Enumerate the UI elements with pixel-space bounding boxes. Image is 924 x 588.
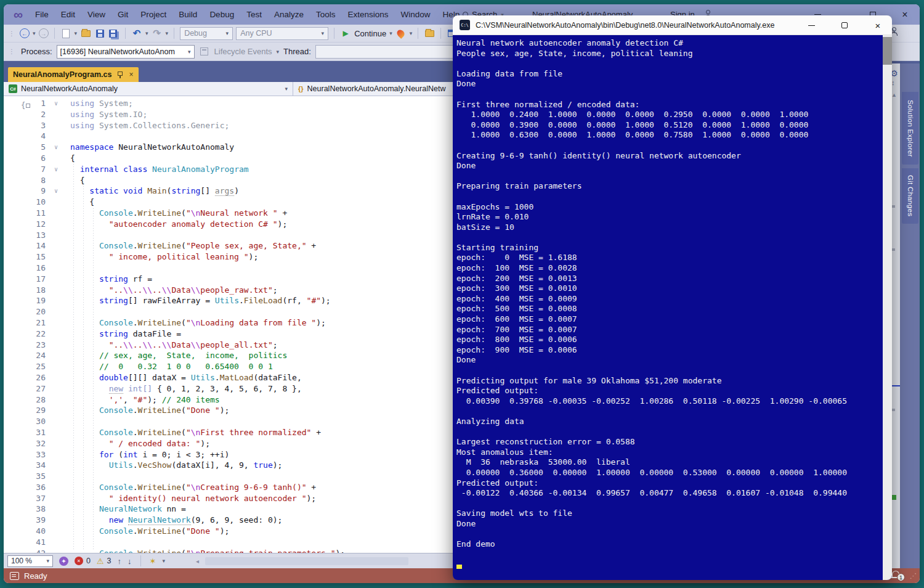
hscroll-left-arrow[interactable]: ◂: [196, 558, 199, 565]
menu-window[interactable]: Window: [395, 4, 437, 25]
horizontal-scrollbar[interactable]: [205, 557, 408, 565]
console-window[interactable]: C:\ C:\VSM\NeuralNetworkAutoAnomaly\bin\…: [453, 15, 892, 580]
line-number: 24: [4, 350, 54, 361]
console-line-44: Predicted output:: [456, 478, 880, 489]
save-icon[interactable]: [96, 30, 104, 38]
error-count[interactable]: 0: [86, 557, 91, 565]
fold-marker: [54, 120, 70, 131]
status-feedback-icon[interactable]: [10, 572, 19, 580]
fold-marker: [54, 405, 70, 416]
undo-icon[interactable]: ↶: [131, 28, 142, 39]
continue-play-icon[interactable]: ▶: [340, 28, 351, 39]
console-output[interactable]: Neural network autoencoder anomaly detec…: [453, 35, 892, 580]
console-minimize-button[interactable]: [798, 15, 825, 35]
console-line-10: 1.0000 0.6300 0.0000 1.0000 0.0000 0.758…: [456, 130, 880, 141]
resize-grip[interactable]: ⋰: [910, 572, 917, 580]
line-number: 17: [4, 274, 54, 285]
process-dropdown[interactable]: [16936] NeuralNetworkAutoAnom▾: [57, 45, 195, 59]
csharp-project-icon: C#: [9, 84, 17, 93]
fold-marker: [54, 251, 70, 263]
previous-issue-icon[interactable]: ↑: [118, 557, 122, 566]
menu-project[interactable]: Project: [134, 4, 172, 25]
redo-chevron-icon[interactable]: ▾: [166, 30, 169, 36]
line-number: 19: [4, 295, 54, 306]
new-file-icon[interactable]: [62, 29, 70, 38]
close-tab-icon[interactable]: ×: [129, 70, 133, 79]
zoom-dropdown[interactable]: 100 %▾: [7, 555, 53, 567]
console-close-button[interactable]: ×: [864, 15, 891, 35]
menu-git[interactable]: Git: [111, 4, 134, 25]
lifecycle-events-dropdown[interactable]: Lifecycle Events: [214, 47, 272, 56]
navigate-back-icon[interactable]: ←: [20, 28, 30, 38]
console-maximize-button[interactable]: [831, 15, 858, 35]
tab-git-changes[interactable]: Git Changes: [902, 168, 918, 224]
undo-chevron-icon[interactable]: ▾: [145, 30, 148, 36]
line-number: 25: [4, 361, 54, 372]
fold-marker: [54, 263, 70, 274]
console-line-4: Loading data from file: [456, 69, 880, 80]
hot-reload-chevron-icon[interactable]: ▾: [410, 30, 413, 36]
user-profile-icon[interactable]: [904, 27, 914, 36]
type-dropdown[interactable]: {​} NeuralNetworkAutoAnomaly.NeuralNetw: [293, 82, 450, 96]
window-close-button[interactable]: ×: [892, 4, 918, 25]
menu-analyze[interactable]: Analyze: [268, 4, 310, 25]
console-line-41: Most anomalous item:: [456, 447, 880, 458]
tab-neuralanomalyprogram[interactable]: NeuralAnomalyProgram.cs ×: [8, 67, 139, 82]
menu-tools[interactable]: Tools: [310, 4, 342, 25]
fold-marker[interactable]: ∨: [54, 142, 70, 153]
hot-reload-icon[interactable]: [395, 28, 406, 39]
menu-file[interactable]: File: [29, 4, 55, 25]
project-dropdown[interactable]: C# NeuralNetworkAutoAnomaly ▾: [4, 82, 293, 96]
line-number: 40: [4, 526, 54, 537]
toolbar-grip[interactable]: ⋮: [9, 30, 15, 37]
health-indicator-icon[interactable]: ✦: [59, 557, 68, 566]
lifecycle-chevron-icon[interactable]: ▾: [277, 49, 280, 55]
find-in-files-icon[interactable]: [425, 30, 434, 37]
solution-configuration-dropdown[interactable]: Debug▾: [180, 27, 233, 40]
fold-marker: [54, 131, 70, 142]
redo-icon[interactable]: ↷: [152, 28, 163, 39]
navigate-forward-icon[interactable]: →: [39, 28, 49, 38]
code-cleanup-chevron-icon[interactable]: ▾: [162, 558, 165, 564]
console-line-26: epoch: 400 MSE = 0.0009: [456, 294, 880, 304]
menu-build[interactable]: Build: [172, 4, 203, 25]
next-issue-icon[interactable]: ↓: [128, 557, 132, 566]
error-count-icon[interactable]: ×: [75, 557, 83, 565]
pin-tab-icon[interactable]: [116, 71, 124, 78]
warning-count[interactable]: 3: [107, 557, 111, 565]
fold-marker[interactable]: ∨: [54, 186, 70, 197]
navigate-back-chevron-icon[interactable]: ▾: [33, 30, 36, 36]
fold-marker: [54, 537, 70, 548]
continue-chevron-icon[interactable]: ▾: [389, 30, 392, 36]
menu-test[interactable]: Test: [240, 4, 268, 25]
tab-solution-explorer[interactable]: Solution Explorer: [902, 92, 918, 165]
console-line-34: Predicting output for male 39 Oklahoma $…: [456, 376, 880, 386]
process-label: Process:: [21, 47, 52, 56]
line-number: 14: [4, 240, 54, 251]
line-number: 42: [4, 548, 54, 553]
notifications-button[interactable]: 1: [891, 570, 907, 582]
lifecycle-events-icon[interactable]: [200, 47, 208, 55]
fold-marker: [54, 471, 70, 482]
menu-edit[interactable]: Edit: [55, 4, 81, 25]
notification-badge: 1: [897, 573, 905, 581]
menu-extensions[interactable]: Extensions: [341, 4, 394, 25]
open-file-icon[interactable]: [81, 30, 91, 37]
solution-platform-dropdown[interactable]: Any CPU▾: [236, 27, 328, 40]
console-scrollbar-thumb[interactable]: [883, 37, 892, 65]
console-scrollbar[interactable]: [883, 35, 892, 580]
warning-count-icon[interactable]: ⚠: [97, 557, 104, 566]
save-all-icon[interactable]: [109, 30, 117, 38]
continue-button[interactable]: Continue: [354, 29, 386, 38]
fold-marker[interactable]: ∨: [54, 164, 70, 175]
code-cleanup-icon[interactable]: ✶: [150, 557, 156, 566]
menu-view[interactable]: View: [81, 4, 111, 25]
fold-marker[interactable]: ∨: [54, 98, 70, 109]
fold-marker: [54, 394, 70, 406]
line-number: 4: [4, 131, 54, 142]
process-bar-grip[interactable]: ⋮: [9, 48, 15, 55]
console-title-bar[interactable]: C:\ C:\VSM\NeuralNetworkAutoAnomaly\bin\…: [453, 15, 892, 35]
menu-debug[interactable]: Debug: [203, 4, 240, 25]
console-line-45: -0.00122 0.40366 -0.00134 0.99657 0.0047…: [456, 488, 880, 499]
new-file-chevron-icon[interactable]: ▾: [75, 30, 78, 36]
